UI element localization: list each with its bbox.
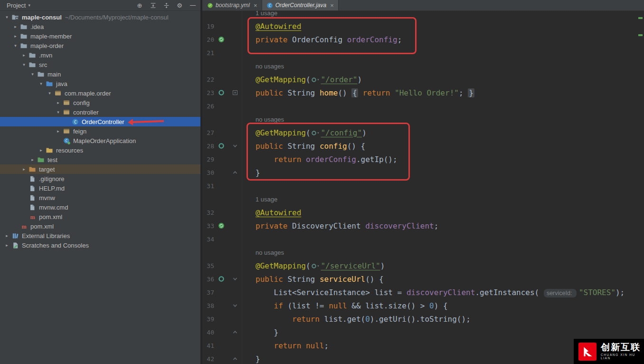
line-number[interactable]: 21 [204, 49, 214, 57]
tab-ordercontroller-java[interactable]: COrderController.java× [262, 0, 339, 10]
chevron-right-icon[interactable]: ▸ [37, 148, 45, 153]
chevron-right-icon[interactable]: ▸ [54, 100, 62, 105]
code-line[interactable]: return orderConfig.getIp(); [242, 155, 644, 164]
line-number[interactable]: 39 [204, 316, 214, 323]
line-number[interactable]: 40 [204, 329, 214, 336]
tree-item-maple-order[interactable]: ▾maple-order [0, 41, 200, 50]
line-number[interactable]: 28 [204, 143, 214, 150]
mapping-inlay-icon[interactable]: ▾ [311, 263, 320, 269]
tree-item-external-libraries[interactable]: ▸External Libraries [0, 231, 200, 240]
code-line[interactable]: private DiscoveryClient discoveryClient; [242, 221, 644, 230]
line-number[interactable]: 23 [204, 89, 214, 96]
project-view-selector[interactable]: Project ▾ [7, 2, 30, 9]
stripe-mark[interactable] [638, 34, 643, 36]
chevron-down-icon[interactable]: ▾ [28, 72, 37, 77]
code-line[interactable]: private OrderConfig orderConfig; [242, 35, 644, 44]
fold-up-icon[interactable] [228, 326, 242, 339]
tree-item-main[interactable]: ▾main [0, 69, 200, 79]
line-number[interactable]: 34 [204, 236, 214, 243]
tree-item-src[interactable]: ▾src [0, 60, 200, 69]
request-mapping-icon[interactable] [214, 143, 228, 149]
line-number[interactable]: 32 [204, 209, 214, 216]
code-line[interactable]: public String home() { return "Hello Ord… [242, 88, 644, 97]
tree-item-idea[interactable]: ▸.idea [0, 22, 200, 31]
chevron-right-icon[interactable]: ▸ [20, 167, 28, 172]
close-icon[interactable]: × [330, 2, 334, 9]
line-number[interactable]: 27 [204, 129, 214, 136]
tab-bootstrap-yml[interactable]: bootstrap.yml× [202, 0, 262, 10]
code-line[interactable]: } [242, 168, 644, 177]
hide-panel-icon[interactable]: — [189, 1, 197, 9]
line-number[interactable]: 22 [204, 76, 214, 83]
line-number[interactable]: 29 [204, 156, 214, 163]
chevron-right-icon[interactable]: ▸ [11, 34, 19, 38]
request-mapping-icon[interactable] [214, 89, 228, 96]
fold-down-icon[interactable] [228, 272, 242, 286]
line-number[interactable]: 36 [204, 276, 214, 283]
tree-item-mvn[interactable]: ▸.mvn [0, 50, 200, 60]
close-icon[interactable]: × [254, 2, 257, 9]
line-number[interactable]: 20 [204, 36, 214, 43]
code-line[interactable]: List<ServiceInstance> list = discoveryCl… [242, 288, 644, 297]
tree-item-mapleorderapplication[interactable]: CMapleOrderApplication [0, 136, 200, 145]
code-line[interactable]: @GetMapping(▾"/order") [242, 75, 644, 84]
fold-down-icon[interactable] [228, 139, 242, 153]
tree-item-java[interactable]: ▾java [0, 79, 200, 88]
chevron-down-icon[interactable]: ▾ [3, 15, 11, 19]
chevron-down-icon[interactable]: ▾ [20, 62, 28, 67]
tree-item-feign[interactable]: ▸feign [0, 126, 200, 136]
tree-item-scratches-and-consoles[interactable]: ▸Scratches and Consoles [0, 240, 200, 250]
code-line[interactable]: return list.get(0).getUri().toString(); [242, 315, 644, 324]
tree-item-pom-xml[interactable]: mpom.xml [0, 221, 200, 231]
line-number[interactable]: 42 [204, 355, 214, 363]
locate-icon[interactable]: ⊕ [136, 1, 143, 9]
chevron-down-icon[interactable]: ▾ [46, 91, 54, 96]
tree-item-gitignore[interactable]: .gitignore [0, 174, 200, 183]
usage-hint[interactable]: no usages [242, 116, 644, 123]
code-line[interactable]: } [242, 328, 644, 337]
expand-all-icon[interactable] [162, 1, 170, 9]
chevron-right-icon[interactable]: ▸ [3, 243, 11, 248]
fold-down-icon[interactable] [228, 299, 242, 312]
spring-bean-icon[interactable] [214, 36, 228, 43]
code-line[interactable]: @Autowired [242, 22, 644, 31]
code-editor[interactable]: 1 usage19@Autowired20private OrderConfig… [202, 11, 644, 364]
spring-bean-icon[interactable] [214, 222, 228, 229]
line-number[interactable]: 38 [204, 302, 214, 309]
tree-item-test[interactable]: ▸test [0, 155, 200, 164]
tree-item-com-maple-order[interactable]: ▾com.maple.order [0, 88, 200, 98]
code-line[interactable]: public String config() { [242, 142, 644, 151]
tree-item-ordercontroller[interactable]: COrderController [0, 117, 200, 126]
code-line[interactable]: public String serviceUrl() { [242, 275, 644, 284]
request-mapping-icon[interactable] [214, 276, 228, 282]
fold-box-icon[interactable] [228, 86, 242, 99]
code-line[interactable]: @Autowired [242, 208, 644, 217]
chevron-down-icon[interactable]: ▾ [54, 110, 62, 115]
tree-item-maple-consul[interactable]: ▾maple-consul~/Documents/Myproject/maple… [0, 12, 200, 22]
tree-item-mvnw-cmd[interactable]: mvnw.cmd [0, 202, 200, 212]
line-number[interactable]: 30 [204, 169, 214, 176]
tree-item-resources[interactable]: ▸resources [0, 145, 200, 155]
tree-item-config[interactable]: ▸config [0, 98, 200, 107]
tree-item-mvnw[interactable]: mvnw [0, 193, 200, 202]
chevron-down-icon[interactable]: ▾ [37, 81, 45, 86]
tree-item-maple-member[interactable]: ▸maple-member [0, 31, 200, 41]
chevron-right-icon[interactable]: ▸ [54, 129, 62, 134]
chevron-right-icon[interactable]: ▸ [3, 233, 11, 238]
stripe-mark[interactable] [638, 17, 643, 19]
chevron-right-icon[interactable]: ▸ [28, 157, 37, 162]
collapse-all-icon[interactable] [149, 1, 157, 9]
code-line[interactable]: @GetMapping(▾"/serviceUrl") [242, 261, 644, 270]
tree-item-controller[interactable]: ▾controller [0, 107, 200, 117]
usage-hint[interactable]: 1 usage [242, 196, 644, 203]
mapping-inlay-icon[interactable]: ▾ [311, 77, 320, 83]
tree-item-pom-xml[interactable]: mpom.xml [0, 212, 200, 221]
line-number[interactable]: 31 [204, 182, 214, 190]
usage-hint[interactable]: no usages [242, 63, 644, 70]
chevron-right-icon[interactable]: ▸ [11, 24, 19, 29]
code-line[interactable]: @GetMapping(▾"/config") [242, 128, 644, 137]
fold-up-icon[interactable] [228, 352, 242, 364]
usage-hint[interactable]: 1 usage [242, 11, 644, 17]
settings-icon[interactable]: ⚙ [176, 1, 183, 9]
usage-hint[interactable]: no usages [242, 249, 644, 256]
